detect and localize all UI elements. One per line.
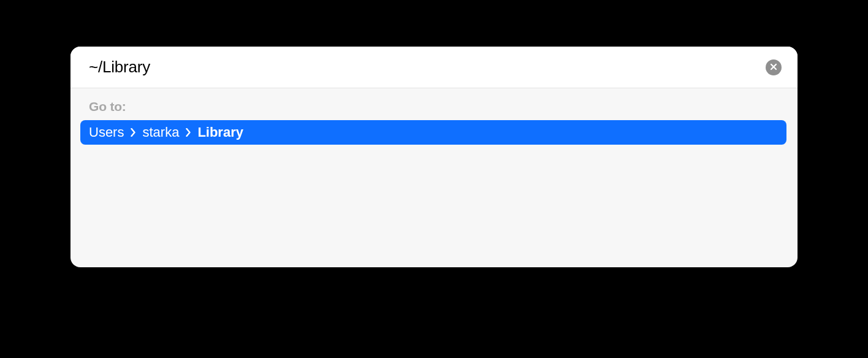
chevron-right-icon	[185, 127, 191, 138]
clear-input-button[interactable]	[766, 59, 782, 75]
path-input[interactable]	[89, 58, 766, 77]
path-segment: Library	[197, 124, 243, 140]
path-input-row	[70, 47, 798, 88]
path-result-row[interactable]: Users starka Library	[80, 120, 786, 145]
path-segment: Users	[89, 124, 124, 140]
go-to-folder-dialog: Go to: Users starka Library	[70, 47, 798, 267]
close-icon	[770, 62, 777, 73]
chevron-right-icon	[130, 127, 136, 138]
path-segment: starka	[142, 124, 179, 140]
goto-label: Go to:	[89, 99, 786, 114]
dialog-body: Go to: Users starka Library	[70, 88, 798, 145]
